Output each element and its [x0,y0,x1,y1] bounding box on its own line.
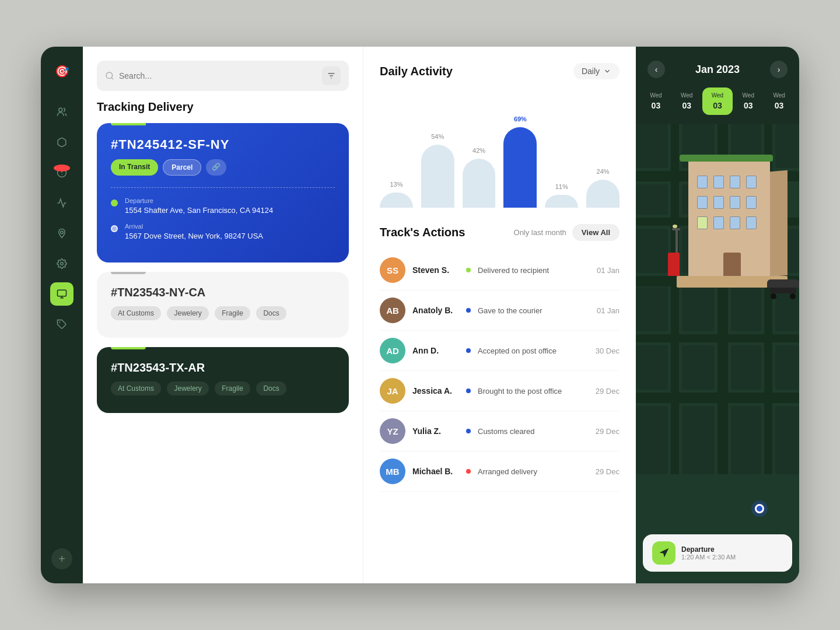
nav-icon-location[interactable] [50,222,74,245]
arrival-route: Arrival 1567 Dove Street, New York, 9824… [111,223,335,242]
dashed-divider [111,187,335,188]
action-dot-1 [466,308,471,313]
cal-day-2[interactable]: Wed 03 [702,88,733,115]
map-area: Departure 1:20 AM < 2:30 AM [636,124,799,583]
cal-day-num-1: 03 [682,101,691,110]
svg-rect-42 [775,345,799,390]
svg-point-0 [59,108,62,111]
cal-day-3[interactable]: Wed 03 [733,88,764,115]
action-row-1: AB Anatoly B. Gave to the courier 01 Jan [380,290,620,331]
cal-day-name-4: Wed [773,92,785,99]
cal-prev-button[interactable]: ‹ [648,61,665,78]
badge-jewelery-2: Jewelery [167,306,208,320]
bar-bar-4 [503,127,537,208]
badge-docs-2: Docs [256,306,286,320]
svg-point-5 [61,262,64,265]
nav-icon-tag[interactable] [50,313,74,336]
cal-day-0[interactable]: Wed 03 [640,88,671,115]
nav-icon-settings[interactable] [50,252,74,275]
badge-parcel: Parcel [163,159,201,176]
cal-day-name-2: Wed [712,92,723,99]
avatar-2: AD [380,338,405,363]
nav-icon-package[interactable] [50,282,74,306]
cal-day-4[interactable]: Wed 03 [764,88,794,115]
cal-day-num-3: 03 [744,101,753,110]
action-name-5: Michael B. [412,467,459,476]
action-date-1: 01 Jan [597,306,620,315]
actions-title: Track's Actions [380,226,465,239]
svg-rect-46 [775,406,799,474]
tracking-card-2[interactable]: #TN23543-NY-CA At Customs Jewelery Fragi… [97,272,349,338]
bar-bar-1 [380,192,413,208]
nav-icon-chart[interactable] [50,191,74,215]
badge-row-3: At Customs Jewelery Fragile Docs [111,382,335,399]
cal-day-num-2: 03 [713,101,722,110]
tracking-card-3[interactable]: #TN23543-TX-AR At Customs Jewelery Fragi… [97,347,349,413]
action-date-0: 01 Jan [597,266,620,275]
badge-customs-3: At Customs [111,382,161,396]
svg-rect-31 [636,229,668,273]
left-panel: Tracking Delivery #TN245412-SF-NY In Tra… [83,47,363,583]
cal-day-name-0: Wed [650,92,662,99]
daily-title: Daily Activity [380,65,453,78]
green-top-bar [111,123,146,125]
badge-customs-2: At Customs [111,306,161,320]
filter-button[interactable] [322,66,341,85]
bar-2: 54% [421,91,454,208]
badge-link: 🔗 [206,159,226,176]
svg-point-10 [106,72,113,79]
cal-day-1[interactable]: Wed 03 [671,88,702,115]
badge-docs-3: Docs [256,382,286,396]
view-all-button[interactable]: View All [572,224,620,241]
bar-label-3: 42% [473,147,485,154]
tracking-id-2: #TN23543-NY-CA [111,286,335,299]
bar-1: 13% [380,91,413,208]
action-date-3: 29 Dec [596,387,620,396]
action-dot-4 [466,429,471,433]
filter-text: Only last month [514,228,566,237]
bar-label-2: 54% [431,133,444,140]
svg-rect-24 [636,124,668,168]
bar-3: 42% [463,91,496,208]
action-dot-2 [466,348,471,353]
action-date-4: 29 Dec [596,427,620,436]
avatar-1: AB [380,298,405,323]
action-dot-0 [466,268,471,272]
bar-label-1: 13% [390,181,402,188]
action-dot-5 [466,469,471,474]
svg-rect-44 [682,406,715,474]
action-row-5: MB Michael B. Arranged delivery 29 Dec [380,452,620,492]
tracking-card-1[interactable]: #TN245412-SF-NY In Transit Parcel 🔗 Depa… [97,123,349,262]
search-input[interactable] [119,71,317,80]
add-button[interactable]: + [51,548,72,569]
svg-line-11 [111,78,113,79]
departure-info: Departure 1:20 AM < 2:30 AM [681,545,736,561]
svg-rect-28 [636,184,668,215]
nav-icon-alert[interactable] [50,161,74,184]
bar-5: 11% [545,91,578,208]
action-row-3: JA Jessica A. Brought to the post office… [380,371,620,411]
action-row-4: YZ Yulia Z. Customs cleared 29 Dec [380,411,620,452]
action-status-2: Accepted on post office [478,346,589,355]
bar-bar-5 [545,195,578,208]
bar-chart: 13% 54% 42% 69% 11% 24% [380,91,620,208]
cal-next-button[interactable]: › [770,61,788,78]
right-panel: ‹ Jan 2023 › Wed 03 Wed 03 Wed 03 Wed 03 [636,47,799,583]
daily-dropdown[interactable]: Daily [573,63,620,79]
arrival-dot [111,225,118,232]
nav-icon-users[interactable] [50,100,74,124]
left-sidebar: 🎯 + [41,47,83,583]
bar-label-4: 69% [514,116,527,123]
map-location-dot [755,504,764,513]
action-status-5: Arranged delivery [478,467,589,476]
departure-address: 1554 Shafter Ave, San Francisco, CA 9412… [125,205,273,216]
daily-activity-header: Daily Activity Daily [380,63,620,79]
tracks-actions-header: Track's Actions Only last month View All [380,224,620,241]
badge-row-1: In Transit Parcel 🔗 [111,159,335,176]
svg-rect-35 [636,287,668,331]
arrival-label: Arrival [125,223,263,230]
bar-label-6: 24% [597,168,610,175]
action-dot-3 [466,388,471,393]
badge-jewelery-3: Jewelery [167,382,208,396]
nav-icon-box[interactable] [50,131,74,154]
